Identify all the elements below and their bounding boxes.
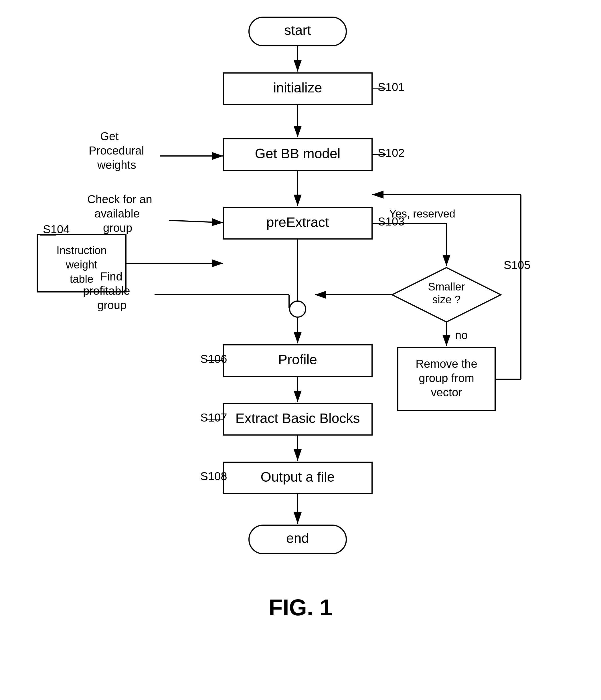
s107-label: S107	[200, 411, 227, 424]
svg-text:weights: weights	[97, 158, 136, 171]
flowchart-diagram: start initialize S101 Get Procedural wei…	[0, 0, 601, 700]
svg-line-15	[169, 220, 223, 223]
s106-label: S106	[200, 353, 227, 365]
s102-label: S102	[378, 147, 404, 159]
end-label: end	[286, 531, 309, 546]
start-label: start	[284, 23, 311, 38]
svg-text:group from: group from	[419, 372, 474, 384]
initialize-label: initialize	[273, 80, 322, 95]
profile-label: Profile	[278, 352, 317, 367]
svg-text:size ?: size ?	[432, 294, 460, 306]
output-file-label: Output a file	[261, 469, 335, 484]
extract-basic-blocks-label: Extract Basic Blocks	[235, 411, 360, 426]
s105-label: S105	[504, 259, 530, 271]
find-profitable-group-label: Find	[100, 270, 123, 283]
svg-text:group: group	[97, 299, 126, 311]
svg-text:group: group	[103, 222, 132, 234]
smaller-size-label: Smaller	[428, 281, 465, 293]
check-available-group-label: Check for an	[87, 193, 152, 205]
svg-text:profitable: profitable	[83, 284, 130, 297]
s108-label: S108	[200, 470, 227, 482]
get-procedural-weights-label: Get	[100, 130, 119, 143]
no-label: no	[455, 329, 468, 342]
remove-group-label: Remove the	[416, 357, 477, 370]
svg-text:vector: vector	[431, 386, 462, 399]
preextract-label: preExtract	[267, 215, 329, 230]
s104-label: S104	[43, 223, 70, 235]
svg-text:table: table	[70, 273, 93, 285]
svg-text:available: available	[95, 207, 140, 220]
figure-caption: FIG. 1	[269, 595, 332, 620]
get-bb-model-label: Get BB model	[255, 146, 341, 161]
svg-point-40	[290, 301, 306, 317]
svg-text:Procedural: Procedural	[89, 144, 144, 157]
instruction-weight-table-label: Instruction	[56, 244, 106, 256]
yes-reserved-label: Yes, reserved	[389, 208, 455, 220]
s101-label: S101	[378, 81, 404, 93]
svg-text:weight: weight	[66, 259, 97, 271]
